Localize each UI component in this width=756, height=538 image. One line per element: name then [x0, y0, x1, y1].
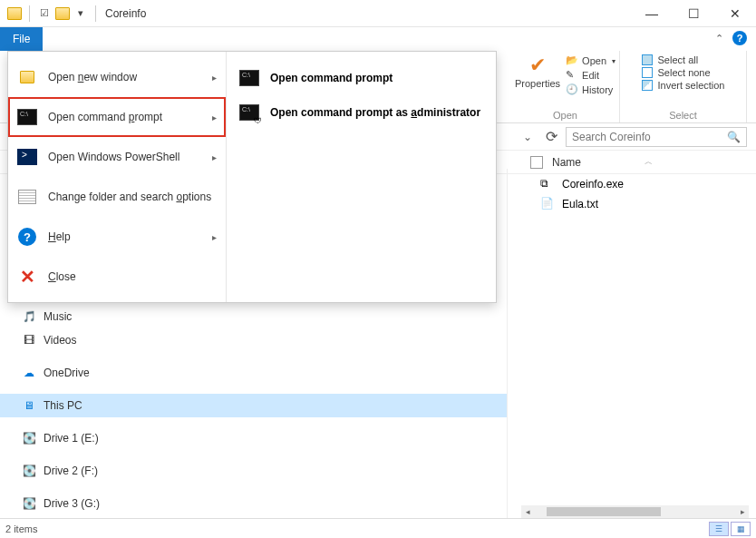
edit-icon: ✎ — [566, 69, 578, 82]
history-button[interactable]: 🕘History — [566, 83, 615, 96]
txt-icon: 📄 — [540, 197, 555, 211]
select-none-button[interactable]: Select none — [642, 67, 711, 78]
group-label-select: Select — [669, 110, 697, 121]
nav-item-music[interactable]: 🎵Music — [0, 305, 507, 328]
column-name[interactable]: Name — [552, 156, 581, 169]
nav-item-onedrive[interactable]: ☁OneDrive — [0, 361, 507, 385]
options-icon — [17, 187, 37, 207]
group-label-open: Open — [553, 110, 577, 121]
title-bar: ☑ ▾ Coreinfo — ☐ ✕ — [0, 0, 756, 27]
videos-icon: 🎞 — [22, 333, 36, 347]
select-all-icon — [642, 54, 653, 65]
drive-icon: 💽 — [22, 431, 36, 445]
shield-icon: 🛡 — [254, 116, 262, 125]
menu-folder-options[interactable]: Change folder and search options — [8, 177, 226, 217]
view-toggles: ☰ ▦ — [709, 522, 751, 536]
icons-view-button[interactable]: ▦ — [731, 522, 751, 536]
file-list: ⧉Coreinfo.exe 📄Eula.txt — [508, 169, 756, 518]
open-icon: 📂 — [566, 54, 578, 67]
chevron-right-icon: ▸ — [212, 232, 217, 242]
file-menu-submenu: Open command prompt 🛡 Open command promp… — [226, 52, 496, 302]
new-window-icon — [17, 67, 37, 87]
window-title: Coreinfo — [105, 7, 146, 20]
qat-dropdown-icon[interactable]: ▾ — [73, 6, 88, 21]
cmd-admin-icon: 🛡 — [239, 103, 259, 122]
properties-label: Properties — [515, 78, 560, 89]
help-icon: ? — [17, 227, 37, 247]
refresh-button[interactable]: ⟳ — [542, 128, 560, 146]
check-icon: ✔ — [525, 54, 550, 76]
cmd-icon — [17, 107, 37, 127]
select-all-button[interactable]: Select all — [642, 54, 699, 65]
cmd-icon — [239, 68, 259, 88]
chevron-right-icon: ▸ — [212, 112, 217, 122]
scroll-thumb[interactable] — [547, 507, 661, 516]
exe-icon: ⧉ — [540, 177, 555, 191]
details-view-button[interactable]: ☰ — [709, 522, 729, 536]
chevron-right-icon: ▸ — [212, 152, 217, 162]
select-none-icon — [642, 67, 653, 78]
folder-icon — [7, 7, 22, 20]
ribbon-tabs: File ⌃ ? — [0, 27, 756, 51]
nav-item-drive3[interactable]: 💽Drive 3 (G:) — [0, 492, 507, 515]
invert-selection-button[interactable]: Invert selection — [642, 80, 725, 91]
help-icon[interactable]: ? — [732, 31, 747, 45]
music-icon: 🎵 — [22, 309, 36, 324]
ribbon-right-controls: ⌃ ? — [715, 31, 747, 45]
close-icon: ✕ — [17, 267, 37, 287]
thispc-icon: 🖥 — [22, 398, 36, 413]
menu-help[interactable]: ? Help ▸ — [8, 217, 226, 257]
drive-icon: 💽 — [22, 496, 36, 511]
scroll-right-icon[interactable]: ▸ — [736, 507, 749, 516]
drive-icon: 💽 — [22, 464, 36, 478]
file-menu-left: Open new window ▸ Open command prompt ▸ … — [8, 52, 226, 302]
collapse-ribbon-icon[interactable]: ⌃ — [715, 33, 723, 44]
nav-item-drive2[interactable]: 💽Drive 2 (F:) — [0, 459, 507, 483]
menu-open-new-window[interactable]: Open new window ▸ — [8, 57, 226, 97]
powershell-icon — [17, 147, 37, 167]
nav-item-drive1[interactable]: 💽Drive 1 (E:) — [0, 426, 507, 450]
address-dropdown-icon[interactable]: ⌄ — [519, 128, 537, 146]
close-button[interactable]: ✕ — [714, 0, 756, 27]
ribbon-group-open: ✔ Properties 📂Open▾ ✎Edit 🕘History Open — [511, 51, 620, 122]
item-count: 2 items — [5, 523, 37, 534]
divider — [29, 5, 30, 22]
properties-button[interactable]: ✔ Properties — [515, 54, 560, 96]
qat-newfolder-icon[interactable] — [55, 7, 70, 20]
horizontal-scrollbar[interactable]: ◂ ▸ — [521, 505, 749, 518]
file-tab[interactable]: File — [0, 27, 43, 51]
search-placeholder: Search Coreinfo — [572, 131, 651, 143]
status-bar: 2 items ☰ ▦ — [0, 518, 756, 538]
menu-open-powershell[interactable]: Open Windows PowerShell ▸ — [8, 137, 226, 177]
select-all-checkbox[interactable] — [530, 156, 543, 169]
maximize-button[interactable]: ☐ — [673, 0, 714, 27]
edit-button[interactable]: ✎Edit — [566, 69, 615, 82]
search-input[interactable]: Search Coreinfo 🔍 — [566, 127, 747, 147]
open-button[interactable]: 📂Open▾ — [566, 54, 615, 67]
scroll-left-icon[interactable]: ◂ — [521, 507, 534, 516]
submenu-open-cmd[interactable]: Open command prompt — [232, 61, 490, 95]
menu-close[interactable]: ✕ Close — [8, 257, 226, 297]
invert-icon — [642, 80, 653, 91]
quick-access-toolbar: ☑ ▾ — [7, 5, 100, 22]
submenu-open-cmd-admin[interactable]: 🛡 Open command prompt as administrator — [232, 95, 490, 130]
chevron-right-icon: ▸ — [212, 73, 217, 83]
minimize-button[interactable]: — — [631, 0, 673, 27]
file-row[interactable]: 📄Eula.txt — [517, 194, 747, 214]
onedrive-icon: ☁ — [22, 366, 36, 380]
history-icon: 🕘 — [566, 83, 578, 96]
qat-properties-icon[interactable]: ☑ — [37, 6, 52, 21]
file-menu: Open new window ▸ Open command prompt ▸ … — [7, 51, 497, 303]
search-icon: 🔍 — [727, 131, 741, 143]
file-row[interactable]: ⧉Coreinfo.exe — [517, 174, 747, 194]
nav-item-videos[interactable]: 🎞Videos — [0, 328, 507, 352]
divider — [95, 5, 96, 22]
ribbon-group-select: Select all Select none Invert selection … — [620, 51, 747, 122]
nav-item-thispc[interactable]: 🖥This PC — [0, 394, 507, 417]
menu-open-command-prompt[interactable]: Open command prompt ▸ — [8, 97, 226, 137]
sort-indicator-icon: ︿ — [645, 156, 653, 168]
window-controls: — ☐ ✕ — [631, 0, 756, 27]
